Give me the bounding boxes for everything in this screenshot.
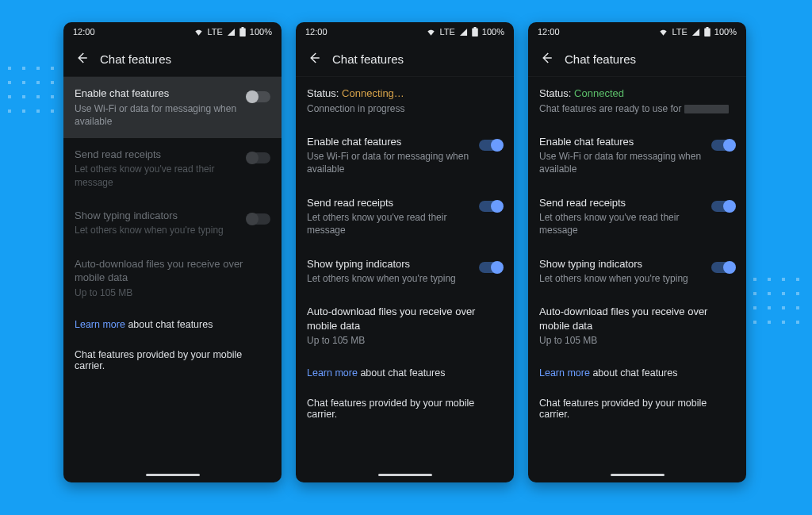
row-title: Enable chat features [307,135,471,149]
battery-icon [472,27,478,37]
home-indicator[interactable] [146,474,200,476]
battery-label: 100% [250,27,272,37]
wifi-icon [193,28,204,37]
row-subtitle: Let others know you've read their messag… [75,163,239,188]
learn-more-link[interactable]: Learn more [307,367,358,379]
page-title: Chat features [565,52,636,66]
row-status: Status: Connected Chat features are read… [528,77,746,125]
home-indicator[interactable] [611,474,665,476]
row-title: Auto-download files you receive over mob… [307,305,503,332]
toggle-read-receipts[interactable] [711,201,735,212]
row-typing-indicators[interactable]: Show typing indicators Let others know w… [296,248,514,296]
status-right: LTE 100% [193,27,273,37]
decor-dots-right [753,278,802,327]
status-bar: 12:00 LTE 100% [296,22,514,41]
status-label: Status: [307,87,342,99]
toggle-typing-indicators [247,213,270,225]
row-subtitle: Up to 105 MB [539,334,735,347]
status-subtitle: Chat features are ready to use for [539,102,735,115]
row-learn-more[interactable]: Learn more about chat features [63,309,282,340]
app-bar: Chat features [528,41,746,77]
row-auto-download[interactable]: Auto-download files you receive over mob… [528,295,746,357]
signal-icon [459,28,468,37]
decor-dots-left [8,67,57,116]
learn-more-link[interactable]: Learn more [539,367,590,379]
phone-3: 12:00 LTE 100% Chat features Status: Con… [528,22,746,482]
row-typing-indicators[interactable]: Show typing indicators Let others know w… [528,248,746,296]
status-bar: 12:00 LTE 100% [63,22,282,41]
row-subtitle: Let others know when you're typing [539,272,703,285]
phone-screenshots: 12:00 LTE 100% Chat features Enable chat… [63,22,746,482]
row-title: Show typing indicators [539,257,703,271]
row-enable-chat[interactable]: Enable chat features Use Wi-Fi or data f… [528,125,746,186]
network-label: LTE [440,27,455,37]
status-bar: 12:00 LTE 100% [528,22,746,41]
status-subtitle: Connection in progress [307,102,503,115]
back-icon[interactable] [75,51,89,67]
learn-more-rest: about chat features [590,367,678,379]
row-learn-more[interactable]: Learn more about chat features [296,358,514,388]
row-enable-chat[interactable]: Enable chat features Use Wi-Fi or data f… [296,125,514,186]
battery-icon [704,27,710,37]
wifi-icon [658,28,668,37]
status-value: Connected [574,87,624,99]
row-learn-more[interactable]: Learn more about chat features [528,358,746,388]
toggle-typing-indicators[interactable] [711,262,735,273]
page-title: Chat features [332,52,404,66]
learn-more-rest: about chat features [125,319,213,330]
battery-icon [239,27,246,37]
back-icon[interactable] [307,51,321,67]
row-status: Status: Connecting… Connection in progre… [296,77,514,125]
redacted-number [684,105,729,113]
status-time: 12:00 [538,27,560,37]
row-title: Enable chat features [75,86,239,101]
row-read-receipts[interactable]: Send read receipts Let others know you'v… [296,186,514,248]
row-title: Send read receipts [75,148,239,162]
row-read-receipts: Send read receipts Let others know you'v… [63,138,282,199]
page-title: Chat features [100,52,171,66]
row-enable-chat[interactable]: Enable chat features Use Wi-Fi or data f… [63,77,282,138]
row-subtitle: Let others know when you're typing [75,224,239,236]
row-title: Auto-download files you receive over mob… [75,257,270,285]
status-value: Connecting… [342,87,404,99]
learn-more-link[interactable]: Learn more [75,319,125,330]
row-title: Show typing indicators [307,257,471,271]
phone-1: 12:00 LTE 100% Chat features Enable chat… [63,22,282,482]
app-bar: Chat features [296,41,514,77]
toggle-typing-indicators[interactable] [479,262,503,273]
row-subtitle: Let others know you've read their messag… [307,211,471,236]
row-read-receipts[interactable]: Send read receipts Let others know you'v… [528,186,746,248]
battery-label: 100% [714,27,737,37]
row-auto-download[interactable]: Auto-download files you receive over mob… [296,295,514,357]
back-icon[interactable] [539,51,553,67]
row-subtitle: Let others know when you're typing [307,272,471,285]
battery-label: 100% [482,27,504,37]
row-auto-download: Auto-download files you receive over mob… [63,248,282,309]
toggle-read-receipts [247,152,270,163]
toggle-enable-chat[interactable] [479,140,503,151]
status-time: 12:00 [305,27,327,37]
row-subtitle: Let others know you've read their messag… [539,211,703,236]
home-indicator[interactable] [378,474,432,476]
row-carrier-note: Chat features provided by your mobile ca… [296,388,514,429]
network-label: LTE [672,27,688,37]
row-subtitle: Use Wi-Fi or data for messaging when ava… [539,150,703,175]
signal-icon [227,28,236,37]
toggle-enable-chat[interactable] [247,91,270,102]
row-subtitle: Use Wi-Fi or data for messaging when ava… [307,150,471,175]
wifi-icon [426,28,436,37]
row-title: Enable chat features [539,135,703,149]
row-subtitle: Up to 105 MB [75,286,270,299]
row-carrier-note: Chat features provided by your mobile ca… [528,388,746,429]
row-subtitle: Use Wi-Fi or data for messaging when ava… [75,102,239,128]
toggle-read-receipts[interactable] [479,201,503,212]
status-time: 12:00 [73,27,95,37]
row-title: Show typing indicators [75,209,239,223]
status-right: LTE 100% [658,27,737,37]
row-title: Auto-download files you receive over mob… [539,305,735,332]
row-subtitle: Up to 105 MB [307,334,503,347]
network-label: LTE [208,27,223,37]
app-bar: Chat features [63,41,282,77]
toggle-enable-chat[interactable] [711,140,735,151]
row-title: Send read receipts [539,196,703,210]
